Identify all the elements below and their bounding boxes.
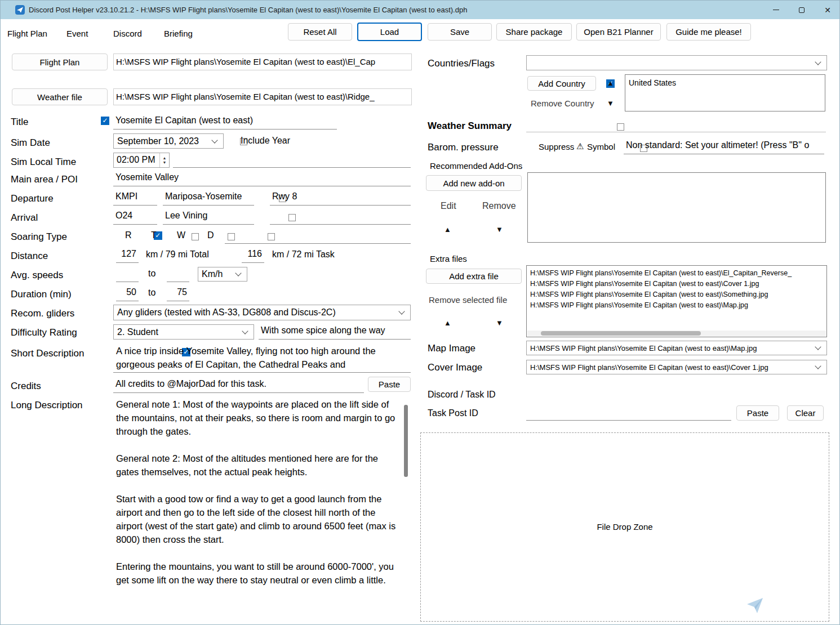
barom-pressure-input[interactable]: Non standard: Set your altimeter! (Press… [624,139,824,154]
extra-files-list[interactable]: H:\MSFS WIP Flight plans\Yosemite El Cap… [526,265,827,337]
reset-all-button[interactable]: Reset All [288,23,352,41]
difficulty-select[interactable]: 2. Student [113,324,254,340]
addon-up-icon[interactable]: ▲ [444,225,451,234]
extra-file-item[interactable]: H:\MSFS WIP Flight plans\Yosemite El Cap… [527,268,826,279]
add-extra-file-button[interactable]: Add extra file [426,269,522,284]
chevron-down-icon [242,328,248,334]
tab-discord[interactable]: Discord [113,26,142,40]
country-down-icon[interactable]: ▼ [607,99,614,108]
short-description-input[interactable]: A nice trip inside Yosemite Valley, flyi… [113,344,411,373]
departure-label: Departure [11,193,54,205]
country-item[interactable]: United States [625,75,825,89]
countries-select[interactable] [526,55,827,70]
weather-file-button[interactable]: Weather file [12,88,108,105]
country-up-icon[interactable]: ▲ [607,79,614,88]
maximize-button[interactable] [789,1,815,19]
guide-me-button[interactable]: Guide me please! [666,23,751,41]
distance-total-input[interactable]: 127 [116,248,139,263]
title-input[interactable]: Yosemite El Capitan (west to east) [113,114,337,130]
avg-speed-min-input[interactable] [116,267,139,282]
tab-flight-plan[interactable]: Flight Plan [7,26,47,40]
hscrollbar-thumb[interactable] [541,331,701,336]
departure-name-input[interactable]: Mariposa-Yosemite [163,190,254,206]
task-paste-button[interactable]: Paste [736,405,779,421]
extra-files-hscrollbar[interactable] [527,331,826,336]
add-country-button[interactable]: Add Country [527,76,596,91]
arrival-name-input[interactable]: Lee Vining [163,209,254,225]
departure-code-input[interactable]: KMPI [113,190,157,206]
long-description-scrollbar[interactable] [404,405,408,477]
symbol-label: Symbol [587,142,615,151]
share-package-button[interactable]: Share package [496,23,572,41]
addons-list[interactable] [527,172,826,243]
minimize-button[interactable] [763,1,789,19]
remove-country-button[interactable]: Remove Country [531,99,594,108]
chevron-down-icon [235,270,241,276]
title-checkbox[interactable] [101,117,109,125]
soaring-extra-field[interactable] [225,229,411,244]
map-image-label: Map Image [428,342,475,355]
avg-speeds-label: Avg. speeds [11,269,63,282]
extra-file-item[interactable]: H:\MSFS WIP Flight plans\Yosemite El Cap… [527,279,826,289]
arrival-runway-input[interactable] [270,209,411,225]
difficulty-note-input[interactable]: With some spice along the way [259,324,411,340]
app-window: Discord Post Helper v23.10.21.2 - H:\MSF… [0,0,840,625]
avg-speed-max-input[interactable] [167,267,189,282]
edit-addon-button[interactable]: Edit [441,201,456,211]
remove-selected-file-button[interactable]: Remove selected file [429,295,507,305]
distance-task-unit: km / 72 mi Task [272,249,335,260]
duration-to-label: to [148,288,155,298]
main-area-input[interactable]: Yosemite Valley [113,171,411,186]
cover-image-select[interactable]: H:\MSFS WIP Flight plans\Yosemite El Cap… [526,360,827,374]
extra-file-down-icon[interactable]: ▼ [496,319,503,328]
credits-input[interactable]: All credits to @MajorDad for this task. [113,378,364,393]
distance-task-input[interactable]: 116 [242,248,264,263]
close-button[interactable]: ✕ [815,1,840,19]
map-image-select[interactable]: H:\MSFS WIP Flight plans\Yosemite El Cap… [526,341,827,355]
flight-plan-file-button[interactable]: Flight Plan [12,53,108,70]
speed-unit-select[interactable]: Km/h [198,267,247,282]
tab-event[interactable]: Event [66,26,88,40]
long-description-input[interactable]: General note 1: Most of the waypoints ar… [116,398,401,625]
sim-date-select[interactable]: September 10, 2023 [113,133,224,149]
credits-paste-button[interactable]: Paste [368,377,411,392]
include-year-label: Include Year [241,136,290,146]
long-description-label: Long Description [11,399,83,412]
task-clear-button[interactable]: Clear [787,405,824,421]
recom-gliders-select[interactable]: Any gliders (tested with AS-33, DG808 an… [113,305,411,320]
task-post-id-input[interactable] [526,405,731,421]
time-spinner[interactable]: ▲ ▼ [159,153,169,167]
weather-summary-field[interactable] [526,119,826,132]
extra-file-item[interactable]: H:\MSFS WIP Flight plans\Yosemite El Cap… [527,289,826,300]
window-title: Discord Post Helper v23.10.21.2 - H:\MSF… [29,6,467,14]
maximize-icon [799,7,805,13]
extra-file-up-icon[interactable]: ▲ [444,319,451,328]
flight-plan-path-input[interactable]: H:\MSFS WIP Flight plans\Yosemite El Cap… [113,53,412,70]
arrival-code-input[interactable]: O24 [113,209,157,225]
country-list[interactable]: United States [625,74,825,111]
departure-runway-input[interactable]: Rwy 8 [270,190,411,206]
sim-time-input[interactable]: 02:00 PM ▲ ▼ [113,153,170,168]
weather-path-input[interactable]: H:\MSFS WIP Flight plans\Yosemite El Cap… [113,88,412,105]
load-button[interactable]: Load [357,23,422,41]
file-drop-zone[interactable]: File Drop Zone [420,432,829,622]
cover-image-label: Cover Image [428,361,482,374]
remove-addon-button[interactable]: Remove [482,201,516,211]
main-area-label: Main area / POI [11,173,78,186]
distance-label: Distance [11,250,48,262]
save-button[interactable]: Save [428,23,492,41]
addon-down-icon[interactable]: ▼ [496,225,503,234]
soaring-w-label: W [177,230,185,240]
soaring-t-checkbox[interactable] [192,233,199,240]
difficulty-label: Difficulty Rating [11,327,77,339]
duration-max-input[interactable]: 75 [167,286,189,301]
weather-summary-label: Weather Summary [428,120,512,132]
open-b21-planner-button[interactable]: Open B21 Planner [576,23,661,41]
tab-briefing[interactable]: Briefing [164,26,193,40]
add-addon-button[interactable]: Add new add-on [426,175,522,191]
task-post-id-label: Task Post ID [428,408,478,418]
extra-file-item[interactable]: H:\MSFS WIP Flight plans\Yosemite El Cap… [527,300,826,311]
duration-min-input[interactable]: 50 [116,286,139,301]
close-icon: ✕ [824,6,831,15]
time-extra-field[interactable] [173,153,411,168]
